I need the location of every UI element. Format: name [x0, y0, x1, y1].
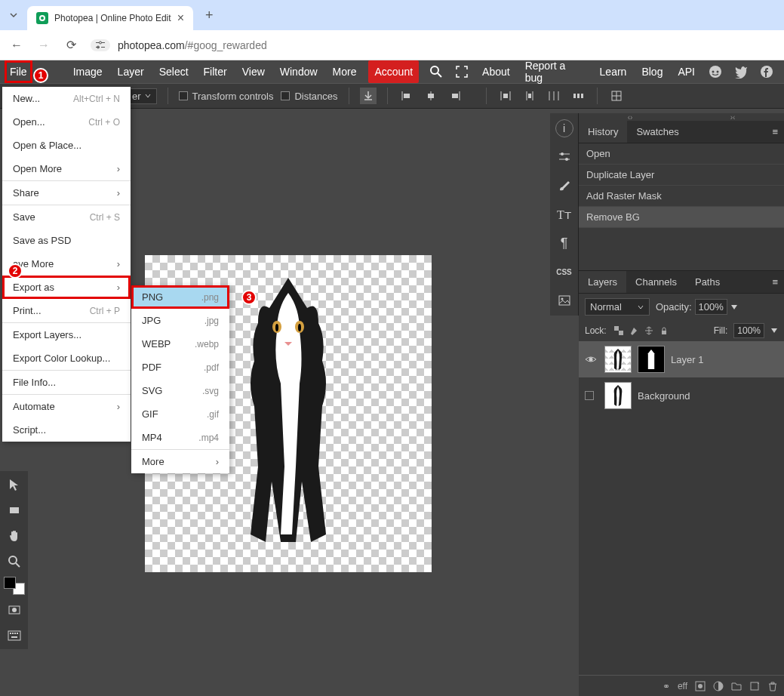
layer-name[interactable]: Background: [638, 390, 778, 402]
menu-more[interactable]: More: [325, 60, 364, 83]
reddit-icon[interactable]: [703, 65, 728, 79]
file-save-psd[interactable]: Save as PSD: [2, 229, 131, 252]
fill-value[interactable]: 100%: [733, 323, 764, 338]
file-script[interactable]: Script...: [2, 418, 131, 442]
menu-learn[interactable]: Learn: [592, 60, 635, 83]
tab-paths[interactable]: Paths: [686, 271, 729, 293]
address-bar[interactable]: photopea.com/#goog_rewarded: [91, 39, 267, 51]
facebook-icon[interactable]: [754, 65, 779, 79]
menu-report-bug[interactable]: Report a bug: [518, 60, 592, 83]
paragraph-panel-icon[interactable]: ¶: [555, 234, 573, 252]
file-open[interactable]: Open...Ctrl + O: [2, 110, 131, 134]
quickmask-icon[interactable]: [4, 599, 25, 621]
menu-filter[interactable]: Filter: [196, 60, 235, 83]
panel-menu-icon[interactable]: ≡: [766, 121, 784, 143]
file-new[interactable]: New...Alt+Ctrl + N: [2, 87, 131, 110]
distribute-left-icon[interactable]: [497, 88, 514, 104]
align-center-h-icon[interactable]: [423, 88, 439, 104]
file-print[interactable]: Print...Ctrl + P: [2, 299, 131, 322]
layer-select-dropdown[interactable]: er: [127, 88, 157, 104]
layer-name[interactable]: Layer 1: [671, 354, 778, 365]
opacity-value[interactable]: 100%: [695, 299, 727, 315]
chevron-down-icon[interactable]: [770, 327, 778, 334]
download-icon[interactable]: [360, 88, 377, 104]
export-webp[interactable]: WEBP.webp: [131, 332, 229, 356]
lock-position-icon[interactable]: [643, 325, 655, 337]
export-mp4[interactable]: MP4.mp4: [131, 426, 229, 449]
menu-account[interactable]: Account: [368, 60, 419, 83]
file-export-layers[interactable]: Export Layers...: [2, 323, 131, 346]
adjustments-panel-icon[interactable]: [555, 148, 573, 166]
link-layers-icon[interactable]: ⚭: [663, 681, 670, 691]
add-mask-icon[interactable]: [695, 681, 706, 691]
tab-layers[interactable]: Layers: [579, 271, 626, 293]
delete-layer-icon[interactable]: [767, 681, 778, 691]
menu-about[interactable]: About: [475, 60, 518, 83]
browser-tab[interactable]: Photopea | Online Photo Edit ×: [27, 6, 193, 30]
file-export-as[interactable]: Export as›: [2, 276, 131, 299]
align-left-icon[interactable]: [398, 88, 415, 104]
foreground-color-swatch[interactable]: [4, 577, 16, 589]
new-layer-icon[interactable]: [749, 681, 760, 691]
visibility-checkbox[interactable]: [585, 391, 598, 400]
distribute-spacing-icon[interactable]: [570, 88, 586, 104]
css-panel-icon[interactable]: CSS: [555, 263, 573, 281]
back-icon[interactable]: ←: [9, 38, 24, 52]
layer-row[interactable]: Background: [579, 377, 784, 414]
menu-file[interactable]: File: [5, 60, 32, 83]
layer-effects-icon[interactable]: eff: [678, 681, 687, 691]
tab-list-dropdown[interactable]: [6, 6, 21, 24]
image-panel-icon[interactable]: [555, 291, 573, 310]
file-open-place[interactable]: Open & Place...: [2, 134, 131, 157]
layer-row[interactable]: Layer 1: [579, 341, 784, 377]
file-export-color[interactable]: Export Color Lookup...: [2, 346, 131, 370]
file-share[interactable]: Share›: [2, 181, 131, 205]
info-panel-icon[interactable]: i: [555, 119, 573, 137]
distribute-center-icon[interactable]: [521, 88, 538, 104]
brush-panel-icon[interactable]: [555, 177, 573, 195]
menu-window[interactable]: Window: [272, 60, 325, 83]
distribute-right-icon[interactable]: [546, 88, 562, 104]
reload-icon[interactable]: ⟳: [63, 38, 78, 52]
layer-mask-thumbnail[interactable]: [638, 346, 665, 373]
menu-layer[interactable]: Layer: [110, 60, 152, 83]
history-item[interactable]: Open: [579, 143, 784, 165]
tab-swatches[interactable]: Swatches: [627, 121, 687, 143]
search-icon[interactable]: [423, 65, 449, 79]
menu-blog[interactable]: Blog: [634, 60, 670, 83]
close-tab-icon[interactable]: ×: [177, 11, 184, 25]
file-info[interactable]: File Info...: [2, 371, 131, 394]
move-tool-icon[interactable]: [4, 474, 25, 495]
menu-image[interactable]: Image: [66, 60, 110, 83]
zoom-tool-icon[interactable]: [4, 551, 25, 572]
pixel-grid-icon[interactable]: [608, 88, 625, 104]
layer-thumbnail[interactable]: [604, 346, 632, 373]
color-swatches[interactable]: [4, 577, 25, 595]
blend-mode-select[interactable]: Normal: [585, 298, 650, 316]
distances-checkbox[interactable]: Distances: [281, 91, 337, 102]
adjustment-layer-icon[interactable]: [713, 681, 724, 691]
hand-tool-icon[interactable]: [4, 525, 25, 547]
lock-transparent-icon[interactable]: [613, 325, 625, 337]
menu-select[interactable]: Select: [152, 60, 196, 83]
menu-view[interactable]: View: [235, 60, 272, 83]
export-pdf[interactable]: PDF.pdf: [131, 356, 229, 379]
align-right-icon[interactable]: [447, 88, 463, 104]
lock-all-icon[interactable]: [658, 325, 670, 337]
file-save[interactable]: SaveCtrl + S: [2, 205, 131, 229]
export-jpg[interactable]: JPG.jpg: [131, 309, 229, 332]
fullscreen-icon[interactable]: [449, 65, 475, 79]
character-panel-icon[interactable]: Tᴛ: [555, 205, 573, 223]
keyboard-icon[interactable]: [4, 625, 25, 646]
forward-icon[interactable]: →: [36, 38, 51, 52]
lock-pixels-icon[interactable]: [628, 325, 640, 337]
history-item[interactable]: Add Raster Mask: [579, 186, 784, 207]
export-more[interactable]: More›: [131, 450, 229, 473]
panel-menu-icon[interactable]: ≡: [766, 271, 784, 293]
history-item[interactable]: Remove BG: [579, 207, 784, 228]
file-automate[interactable]: Automate›: [2, 395, 131, 418]
transform-controls-checkbox[interactable]: Transform controls: [179, 91, 274, 102]
tab-history[interactable]: History: [579, 121, 627, 143]
file-open-more[interactable]: Open More›: [2, 157, 131, 180]
rectangle-tool-icon[interactable]: [4, 500, 25, 521]
